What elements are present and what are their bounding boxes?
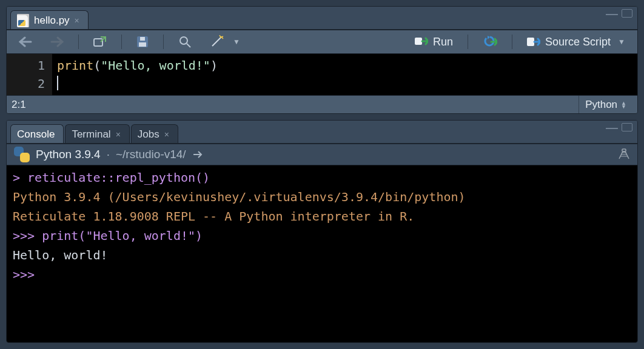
code-lines[interactable]: print("Hello, world!") — [52, 54, 637, 95]
separator: · — [107, 148, 110, 161]
tab-label: Jobs — [138, 128, 159, 141]
svg-rect-3 — [140, 37, 145, 41]
source-script-label: Source Script — [545, 36, 611, 48]
line-number: 1 — [9, 56, 45, 75]
editor-toolbar: ▼ Run — [7, 30, 637, 54]
run-button[interactable]: Run — [409, 33, 459, 51]
python-file-icon — [17, 14, 29, 27]
svg-rect-0 — [94, 39, 102, 46]
editor-pane: hello.py × — [6, 6, 638, 114]
console-line: > reticulate::repl_python() — [13, 168, 631, 187]
rerun-icon — [483, 36, 497, 48]
text-cursor — [57, 76, 58, 90]
goto-dir-icon[interactable] — [192, 150, 203, 159]
editor-tabstrip: hello.py × — [7, 7, 637, 30]
cursor-position: 2:1 — [12, 99, 26, 111]
console-pane: Console Terminal × Jobs × Python 3.9.4 ·… — [6, 120, 638, 343]
code-token: "Hello, world!" — [101, 58, 210, 73]
minimize-pane-icon[interactable] — [606, 125, 618, 129]
run-icon — [415, 36, 428, 47]
line-gutter: 1 2 — [7, 54, 52, 95]
tab-console[interactable]: Console — [10, 124, 64, 144]
chevron-down-icon: ▼ — [618, 38, 625, 46]
source-script-button[interactable]: Source Script ▼ — [521, 33, 631, 51]
find-button[interactable] — [172, 33, 198, 51]
code-token: ) — [210, 58, 218, 73]
close-icon[interactable]: × — [116, 130, 121, 139]
svg-rect-2 — [139, 42, 146, 47]
console-line: >>> print("Hello, world!") — [13, 226, 631, 245]
wand-icon — [210, 35, 226, 48]
console-line: >>> — [13, 265, 631, 284]
arrow-left-icon — [19, 36, 32, 47]
nav-back-button[interactable] — [13, 33, 38, 51]
python-icon — [14, 147, 30, 162]
svg-rect-6 — [527, 38, 534, 46]
tab-terminal[interactable]: Terminal × — [65, 124, 129, 144]
language-label: Python — [585, 99, 617, 111]
sort-icon: ▲▼ — [621, 101, 626, 108]
minimize-pane-icon[interactable] — [606, 12, 618, 15]
save-icon — [136, 36, 149, 48]
console-working-dir: ~/rstudio-v14/ — [116, 148, 186, 161]
console-line: Python 3.9.4 (/Users/kevinushey/.virtual… — [13, 187, 631, 207]
svg-rect-5 — [415, 38, 422, 45]
tab-jobs[interactable]: Jobs × — [131, 124, 178, 144]
code-token: print — [57, 58, 93, 73]
console-interpreter: Python 3.9.4 — [36, 148, 101, 161]
show-in-new-window-button[interactable] — [87, 33, 113, 51]
editor-statusbar: 2:1 Python ▲▼ — [7, 95, 637, 113]
save-button[interactable] — [130, 33, 155, 51]
code-editor[interactable]: 1 2 print("Hello, world!") — [7, 54, 637, 95]
close-icon[interactable]: × — [75, 16, 79, 25]
pane-window-controls — [606, 123, 632, 131]
clear-console-icon[interactable] — [617, 148, 630, 161]
rerun-button[interactable] — [477, 33, 503, 51]
tab-label: Console — [17, 128, 55, 141]
line-number: 2 — [9, 75, 45, 93]
arrow-right-icon — [50, 36, 64, 47]
maximize-pane-icon[interactable] — [622, 123, 632, 131]
pane-window-controls — [606, 9, 632, 18]
chevron-down-icon: ▼ — [233, 38, 240, 46]
maximize-pane-icon[interactable] — [622, 9, 632, 18]
console-line: Reticulate 1.18.9008 REPL -- A Python in… — [13, 207, 631, 226]
svg-point-4 — [180, 37, 187, 44]
code-tools-button[interactable]: ▼ — [204, 33, 246, 51]
close-icon[interactable]: × — [164, 130, 169, 139]
source-icon — [527, 36, 540, 47]
tab-label: hello.py — [34, 15, 70, 27]
console-output[interactable]: > reticulate::repl_python()Python 3.9.4 … — [7, 165, 637, 342]
console-line: Hello, world! — [13, 245, 631, 265]
tab-label: Terminal — [72, 128, 110, 141]
popout-icon — [93, 36, 107, 48]
svg-rect-7 — [622, 149, 626, 151]
nav-forward-button[interactable] — [44, 33, 70, 51]
tab-hello-py[interactable]: hello.py × — [10, 10, 89, 30]
console-header: Python 3.9.4 · ~/rstudio-v14/ — [7, 144, 637, 165]
code-token: ( — [93, 58, 101, 73]
run-button-label: Run — [433, 36, 453, 48]
console-tabstrip: Console Terminal × Jobs × — [7, 121, 637, 144]
magnifier-icon — [178, 35, 192, 48]
language-selector[interactable]: Python ▲▼ — [579, 96, 632, 113]
